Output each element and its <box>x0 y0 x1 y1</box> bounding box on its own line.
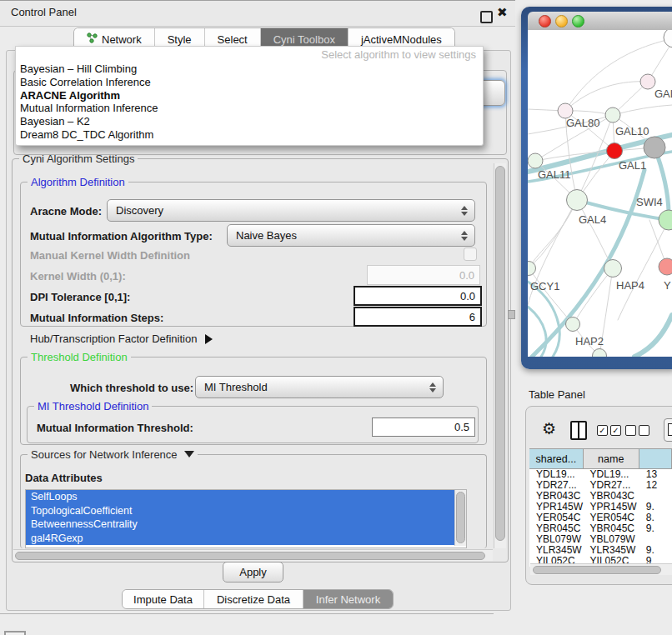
node-gal11[interactable] <box>528 153 543 168</box>
mi-threshold-field[interactable]: 0.5 <box>372 418 475 437</box>
network-edge[interactable] <box>573 268 613 324</box>
close-traffic-light-icon[interactable] <box>539 15 551 28</box>
column-header-name[interactable]: name <box>584 449 639 468</box>
table-cell: YBL079W <box>529 534 584 545</box>
network-edge-thick[interactable] <box>532 170 644 357</box>
node-bottom[interactable] <box>593 349 607 358</box>
table-row[interactable]: YDL19...YDL19...13 <box>529 469 672 480</box>
node-gal4[interactable] <box>567 190 588 211</box>
node-top[interactable] <box>664 30 672 48</box>
tab-label: Style <box>168 33 192 46</box>
node-hap4[interactable] <box>604 260 622 278</box>
aracne-mode-combobox[interactable]: Discovery <box>107 199 475 222</box>
node-swi4[interactable] <box>659 210 672 230</box>
tab-discretize-data[interactable]: Discretize Data <box>204 590 303 608</box>
tab-impute-data[interactable]: Impute Data <box>123 590 204 608</box>
dropdown-item-basic-correlation-inference[interactable]: Basic Correlation Inference <box>20 76 479 89</box>
node-gal-cut[interactable] <box>640 74 655 89</box>
manual-kernel-checkbox[interactable] <box>464 248 477 261</box>
stepper-arrows-icon <box>425 382 440 392</box>
attribute-item-selfloops[interactable]: SelfLoops <box>26 490 455 504</box>
network-edge[interactable] <box>577 200 613 268</box>
columns-icon[interactable] <box>570 421 587 440</box>
export-table-button[interactable] <box>664 418 672 442</box>
dpi-tolerance-field[interactable]: 0.0 <box>354 286 482 306</box>
mi-type-combobox[interactable]: Naive Bayes <box>227 224 475 247</box>
unchecked-box-icon <box>625 425 636 436</box>
node-gcy1[interactable] <box>528 262 536 276</box>
data-attributes-list[interactable]: SelfLoopsTopologicalCoefficientBetweenne… <box>25 489 467 548</box>
tab-label: Select <box>218 33 248 46</box>
node-gal1[interactable] <box>607 143 623 159</box>
network-edge[interactable] <box>529 268 573 324</box>
network-canvas[interactable]: GALGAL80GAL10GAL1GAL11SWI4GAL4GCY1HAP4YH… <box>528 30 672 357</box>
node-gcy1-label: GCY1 <box>530 280 559 292</box>
checked-box-icon: ✓ <box>610 425 621 436</box>
network-edge-thick[interactable] <box>634 315 672 357</box>
dropdown-item-aracne-algorithm[interactable]: ARACNE Algorithm <box>20 89 479 102</box>
table-cell: 9. <box>639 523 672 534</box>
minimize-traffic-light-icon[interactable] <box>555 15 568 28</box>
node-gal4-label: GAL4 <box>579 213 606 226</box>
which-threshold-label: Which threshold to use: <box>70 382 193 394</box>
mi-steps-field[interactable]: 6 <box>354 307 482 327</box>
settings-hscrollbar-thumb[interactable] <box>15 552 485 560</box>
attribute-item-topologicalcoefficient[interactable]: TopologicalCoefficient <box>26 504 455 518</box>
column-header-2[interactable] <box>639 449 672 468</box>
table-cell: YBR043C <box>529 491 584 502</box>
network-edge[interactable] <box>565 82 648 111</box>
node-hap4-label: HAP4 <box>616 279 644 292</box>
algorithm-definition-legend: Algorithm Definition <box>28 176 128 188</box>
node-gray[interactable] <box>644 137 665 158</box>
settings-vscrollbar-thumb[interactable] <box>495 166 505 541</box>
attributes-vscrollbar-thumb[interactable] <box>456 492 465 543</box>
panel-splitter-handle[interactable] <box>508 310 515 319</box>
network-window-titlebar[interactable] <box>528 12 672 30</box>
kernel-width-field[interactable]: 0.0 <box>367 265 480 285</box>
table-cell: YLR345W <box>529 545 584 556</box>
network-edge[interactable] <box>529 200 577 268</box>
table-row[interactable]: YPR145WYPR145W9. <box>529 502 672 512</box>
network-graph: GALGAL80GAL10GAL1GAL11SWI4GAL4GCY1HAP4YH… <box>528 30 672 357</box>
collapsed-panel-icon[interactable] <box>4 631 26 635</box>
apply-button[interactable]: Apply <box>223 562 283 582</box>
table-row[interactable]: YLR345WYLR345W9. <box>529 545 672 556</box>
node-salmon[interactable] <box>659 258 672 275</box>
panel-divider <box>0 613 494 614</box>
dropdown-item-bayesian-k2[interactable]: Bayesian – K2 <box>20 115 479 128</box>
column-header-shared[interactable]: shared... <box>529 449 584 468</box>
which-threshold-combobox[interactable]: MI Threshold <box>195 376 444 398</box>
zoom-traffic-light-icon[interactable] <box>572 15 584 28</box>
table-header-row: shared...name <box>529 448 672 469</box>
close-icon[interactable]: ✖ <box>497 5 508 20</box>
attributes-vscrollbar[interactable] <box>454 490 466 546</box>
node-hap2[interactable] <box>566 318 580 332</box>
table-row[interactable]: YER054CYER054C8. <box>529 512 672 523</box>
table-row[interactable]: YBR043CYBR043C <box>529 491 672 502</box>
table-row[interactable]: YBL079WYBL079W <box>529 534 672 545</box>
table-cell: YBR043C <box>584 491 639 502</box>
settings-vscrollbar[interactable] <box>494 163 506 548</box>
tab-infer-network[interactable]: Infer Network <box>303 590 393 608</box>
hub-definition-toggle[interactable]: Hub/Transcription Factor Definition <box>30 332 213 345</box>
attribute-item-betweennesscentrality[interactable]: BetweennessCentrality <box>26 518 455 532</box>
table-row[interactable]: YBR045CYBR045C9. <box>529 523 672 534</box>
dropdown-item-dream8-dc-tdc-algorithm[interactable]: Dream8 DC_TDC Algorithm <box>20 128 479 142</box>
settings-hscrollbar[interactable] <box>13 549 493 561</box>
gear-icon[interactable]: ⚙ <box>542 419 556 438</box>
table-hscrollbar[interactable] <box>530 563 672 575</box>
dropdown-item-bayesian-hill-climbing[interactable]: Bayesian – Hill Climbing <box>20 62 479 76</box>
data-attributes-label: Data Attributes <box>25 472 103 484</box>
table-row[interactable]: YDR27...YDR27...12 <box>529 480 672 491</box>
float-panel-icon[interactable] <box>480 11 493 23</box>
sources-legend: Sources for Network Inference <box>28 448 198 461</box>
node-table[interactable]: shared...nameYDL19...YDL19...13YDR27...Y… <box>529 448 672 567</box>
table-cell: YER054C <box>529 512 584 523</box>
unchecked-columns-icon[interactable] <box>625 425 649 436</box>
node-gal10[interactable] <box>605 108 620 122</box>
dropdown-item-mutual-information-inference[interactable]: Mutual Information Inference <box>20 102 479 115</box>
checked-columns-icon[interactable]: ✓ ✓ <box>597 425 621 436</box>
table-hscrollbar-thumb[interactable] <box>533 566 661 574</box>
aracne-mode-label: Aracne Mode: <box>30 205 102 218</box>
attribute-item-gal4rgexp[interactable]: gal4RGexp <box>26 532 455 546</box>
